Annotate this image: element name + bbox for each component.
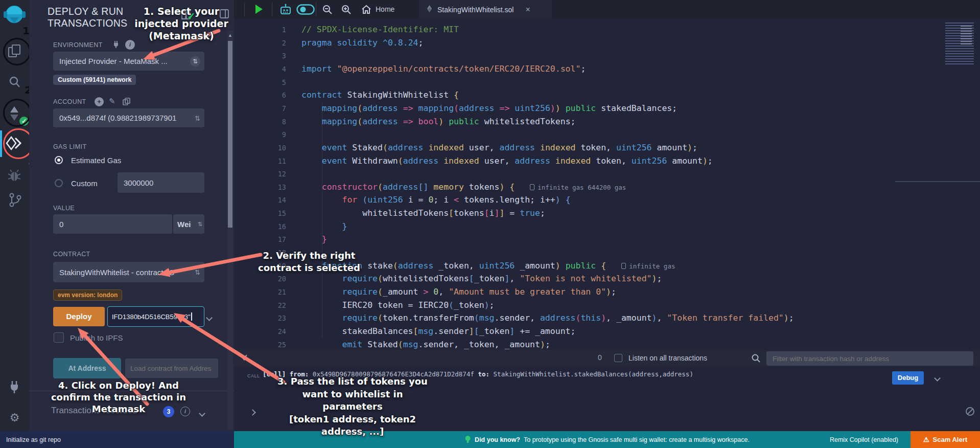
terminal-prompt-icon [249, 409, 256, 416]
environment-select[interactable]: Injected Provider - MetaMask ... ⇅ [53, 52, 204, 71]
code-line: 15 whitelistedTokens[tokens[i]] = true; [234, 207, 980, 220]
line-number: 22 [234, 299, 286, 312]
code-line: 17 } [234, 233, 980, 246]
git-icon[interactable] [0, 192, 29, 208]
plugin-manager-icon[interactable] [0, 379, 29, 394]
line-number: 10 [234, 141, 286, 154]
value-input[interactable]: 0 [53, 214, 172, 234]
code-line: 7 mapping(address => mapping(address => … [234, 102, 980, 115]
code-line: 11 event Withdrawn(address indexed user,… [234, 154, 980, 168]
at-address-input[interactable] [125, 359, 218, 378]
scam-alert-button[interactable]: ⚠ Scam Alert [911, 431, 980, 448]
expand-log-chevron-icon[interactable] [935, 373, 940, 383]
edit-account-icon[interactable]: ✎ [109, 97, 115, 106]
estimated-gas-label: Estimated Gas [71, 156, 121, 165]
copilot-status[interactable]: Remix Copilot (enabled) [830, 431, 898, 448]
panel-title: DEPLOY & RUNTRANSACTIONS [48, 6, 127, 29]
solidity-file-icon [426, 5, 433, 14]
tab-staking-with-whitelist[interactable]: StakingWithWhitelist.sol × [419, 0, 552, 19]
line-number: 24 [234, 325, 286, 338]
line-number: 23 [234, 311, 286, 325]
plug-icon[interactable] [112, 40, 120, 48]
code-line: 3 [234, 49, 980, 62]
home-icon[interactable] [361, 4, 372, 15]
clear-console-icon[interactable] [966, 407, 974, 416]
filter-transactions-input[interactable] [766, 351, 973, 366]
code-line: 9 [234, 128, 980, 141]
debugger-icon[interactable] [0, 169, 29, 183]
code-line: 13 constructor(address[] memory tokens) … [234, 181, 980, 194]
custom-gas-radio[interactable] [55, 179, 63, 187]
log-call-tag: CALL [247, 373, 260, 378]
line-number: 11 [234, 154, 286, 168]
line-number: 8 [234, 115, 286, 128]
close-tab-icon[interactable]: × [525, 5, 530, 14]
estimated-gas-radio[interactable] [55, 156, 63, 164]
line-number: 12 [234, 167, 286, 181]
annotation-circle-1 [3, 38, 31, 65]
code-line: 21 require(_amount > 0, "Amount must be … [234, 285, 980, 299]
settings-gear-icon[interactable]: ⚙ [0, 411, 29, 424]
line-number: 13 [234, 181, 286, 194]
copy-account-icon[interactable] [122, 97, 131, 106]
scrollbar-thumb[interactable] [228, 41, 232, 228]
custom-gas-input[interactable]: 3000000 [118, 172, 204, 193]
did-you-know-tip: Did you know? To prototype using the Gno… [464, 431, 750, 448]
zoom-in-icon[interactable] [341, 4, 352, 15]
gas-limit-label: GAS LIMIT [53, 143, 86, 150]
network-badge: Custom (59141) network [53, 75, 136, 85]
zoom-out-icon[interactable] [322, 4, 333, 15]
terminal-search-icon[interactable] [751, 353, 761, 363]
listen-all-transactions-checkbox[interactable] [614, 354, 622, 362]
fuel-pump-icon [530, 184, 534, 190]
transactions-expand-chevron-icon[interactable] [200, 409, 204, 418]
custom-gas-label: Custom [71, 179, 98, 188]
line-number: 1 [234, 23, 286, 36]
ai-robot-icon[interactable] [279, 3, 292, 16]
annotation-circle-2 [3, 99, 31, 127]
deploy-button[interactable]: Deploy [53, 307, 105, 326]
top-toolbar: Home StakingWithWhitelist.sol × [234, 0, 980, 19]
code-line: 23 require(token.transferFrom(msg.sender… [234, 311, 980, 325]
expand-params-chevron-icon[interactable] [207, 313, 212, 322]
code-editor[interactable]: 1// SPDX-License-Identifier: MIT2pragma … [234, 19, 980, 350]
icon-rail: ✓ ⚙ 1 2 3 [0, 0, 29, 431]
expand-terminal-icon[interactable] [242, 353, 246, 360]
add-account-icon[interactable]: + [95, 97, 104, 106]
git-init-statusbar-item[interactable]: Initialize as git repo [0, 431, 234, 448]
annotation-note-1: 1. Select yourinjected provider(Metamask… [125, 5, 238, 42]
line-number: 14 [234, 193, 286, 207]
code-line: 22 IERC20 token = IERC20(_token); [234, 299, 980, 312]
ai-toggle-icon[interactable] [296, 4, 315, 15]
remix-ide-window: ✓ ⚙ 1 2 3 DEPLOY & RUNTRANSACTIONS [0, 0, 980, 448]
at-address-button[interactable]: At Address [53, 358, 121, 378]
contract-select[interactable]: StakingWithWhitelist - contracts/S ⇅ [53, 262, 204, 282]
constructor-params-input[interactable]: IFD1380b4D516CB59c93" [107, 306, 204, 327]
code-line: 14 for (uint256 i = 0; i < tokens.length… [234, 193, 980, 207]
code-line: 2pragma solidity ^0.8.24; [234, 36, 980, 50]
code-line: 4import "@openzeppelin/contracts/token/E… [234, 62, 980, 76]
run-script-play-icon[interactable] [255, 5, 263, 14]
line-number: 17 [234, 233, 286, 246]
terminal-toolbar: 0 Listen on all transactions [234, 350, 980, 367]
debug-button[interactable]: Debug [892, 371, 924, 385]
minimap[interactable] [945, 23, 974, 64]
remix-logo-icon[interactable] [0, 3, 29, 26]
line-number: 21 [234, 285, 286, 299]
updown-icon: ⇅ [190, 56, 200, 66]
code-line: 25 emit Staked(msg.sender, _token, _amou… [234, 338, 980, 350]
line-number: 5 [234, 76, 286, 89]
account-select[interactable]: 0x549...d874f (0.98821989737901 ⇅ [53, 108, 204, 127]
line-number: 3 [234, 49, 286, 62]
code-line: 20 require(whitelistedTokens[_token], "T… [234, 272, 980, 285]
home-tab-label[interactable]: Home [376, 5, 394, 13]
line-number: 15 [234, 207, 286, 220]
contract-label: CONTRACT [53, 251, 90, 258]
publish-ipfs-checkbox[interactable] [54, 332, 64, 343]
panel-scrollbar[interactable]: ▲ [227, 31, 233, 430]
line-number: 20 [234, 272, 286, 285]
tab-label: StakingWithWhitelist.sol [437, 6, 514, 14]
code-line: 6contract StakingWithWhitelist { [234, 88, 980, 102]
value-unit-select[interactable]: Wei ⇅ [173, 214, 204, 234]
line-number: 25 [234, 338, 286, 350]
